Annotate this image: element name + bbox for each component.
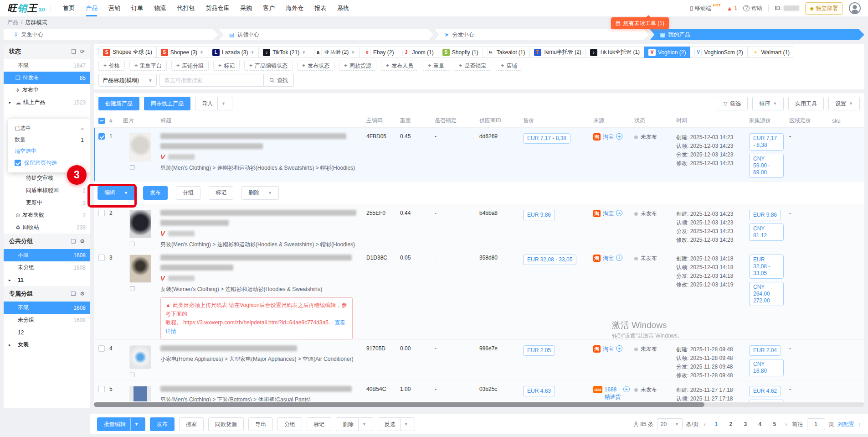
product-image[interactable]	[129, 386, 151, 401]
bulk-action-button[interactable]: 搬家 ▼	[179, 417, 204, 431]
search-button[interactable]: 查找	[263, 74, 294, 87]
platform-chip[interactable]: a 亚马逊 (2) ▼	[310, 47, 360, 58]
bulk-action-button[interactable]: 导出 ▼	[248, 417, 273, 431]
add-source-icon[interactable]: +	[616, 133, 622, 140]
add-filter-chip[interactable]: + 同款货源	[339, 61, 376, 71]
platform-chip[interactable]: T Temu半托管 (2) ▼	[529, 47, 586, 58]
column-header[interactable]: 售价	[523, 117, 593, 125]
sidebar-item[interactable]: 未分组 1608	[4, 314, 90, 326]
nav-menu-item[interactable]: 营销	[103, 0, 126, 16]
chevron-down-icon[interactable]: ▼	[130, 418, 139, 431]
add-filter-chip[interactable]: + 发布人员	[381, 61, 418, 71]
price-tag[interactable]: EUR 4.63	[523, 386, 555, 396]
row-checkbox[interactable]	[98, 210, 105, 216]
copy-icon[interactable]: ❐	[129, 164, 160, 171]
add-filter-chip[interactable]: + 采集平台	[129, 61, 167, 71]
category-path[interactable]: 女装(Women's Clothing) > 连帽衫和运动衫(Hoodies &…	[160, 286, 354, 293]
source-link[interactable]: 淘宝	[603, 255, 614, 262]
column-header[interactable]: 区域定价	[789, 117, 832, 125]
bulk-action-button[interactable]: 反选 ▼	[378, 417, 415, 431]
add-filter-chip[interactable]: + 标记	[213, 61, 240, 71]
toolbar-button[interactable]: 创建新产品 ▼	[98, 97, 139, 110]
page-size-select[interactable]: 20 ▼	[657, 418, 683, 430]
column-config-link[interactable]: 列配置	[838, 421, 854, 428]
process-tab[interactable]: ▤ 认领中心	[219, 29, 434, 40]
page-number[interactable]: 3	[740, 418, 751, 430]
bulk-action-button[interactable]: 同款货源 ▼	[208, 417, 244, 431]
toolbar-button[interactable]: 设置 ▼	[828, 97, 860, 110]
sidebar-item[interactable]: ❐ 待发布 85	[4, 72, 90, 84]
sidebar-item[interactable]: 不限 1608	[4, 249, 90, 261]
source-price-tag[interactable]: EUR 2.04	[749, 345, 781, 356]
page-number[interactable]: 5	[769, 418, 780, 430]
chevron-down-icon[interactable]: ▼	[358, 418, 366, 431]
section-action-icon[interactable]: ⚙	[80, 238, 85, 245]
scrollbar-thumb[interactable]	[94, 402, 704, 407]
source-link[interactable]: 淘宝	[603, 133, 614, 140]
prev-page-arrow[interactable]: ‹	[702, 421, 707, 428]
row-checkbox[interactable]	[98, 133, 105, 140]
platform-chip[interactable]: ✳ Walmart (1) ▼	[747, 47, 794, 58]
add-source-icon[interactable]: +	[616, 255, 622, 261]
price-tag[interactable]: EUR 9.86	[523, 210, 555, 220]
platform-chip[interactable]: ♪ TikTok (21) ▼	[258, 47, 310, 58]
toolbar-button[interactable]: 同步线上产品 ▼	[144, 97, 190, 110]
toolbar-button[interactable]: ▽ 筛选 ▼	[717, 97, 748, 110]
nav-menu-item[interactable]: 产品	[80, 0, 103, 16]
column-header[interactable]: sku	[832, 118, 864, 124]
platform-chip[interactable]: S Shopfiy (1) ▼	[438, 47, 483, 58]
platform-chip[interactable]: ta Takealot (1) ▼	[483, 47, 530, 58]
platform-chip[interactable]: V VoghionScm (2) ▼	[690, 47, 747, 58]
add-filter-chip[interactable]: + 发布状态	[297, 61, 334, 71]
search-field-select[interactable]: 产品标题(模糊) ▼	[98, 74, 157, 87]
source-price-tag[interactable]: CNY 81.12	[749, 224, 784, 241]
sidebar-item[interactable]: 不限 1847	[4, 59, 90, 72]
bulk-action-button[interactable]: 批量编辑 ▼	[97, 417, 145, 431]
platform-chip[interactable]: V Voghion (2) ▼	[644, 47, 690, 58]
checkbox[interactable]	[15, 160, 21, 166]
column-header[interactable]: #	[109, 118, 123, 124]
column-header[interactable]: 状态	[634, 117, 676, 125]
page-number[interactable]: 4	[755, 418, 765, 430]
next-page-arrow[interactable]: ›	[784, 421, 789, 428]
add-filter-chip[interactable]: + 是否锁定	[454, 61, 491, 71]
column-header[interactable]: 主编码	[366, 117, 400, 125]
platform-chip[interactable]: S Shopee (3) ▼	[156, 47, 208, 58]
row-action-button[interactable]: 编辑 ▼	[98, 186, 135, 200]
row-checkbox[interactable]	[98, 386, 105, 392]
bulk-action-button[interactable]: 发布 ▼	[150, 417, 175, 431]
bulk-action-button[interactable]: 分组 ▼	[277, 417, 302, 431]
add-source-icon[interactable]: +	[623, 386, 630, 392]
add-filter-chip[interactable]: + 重量	[423, 61, 449, 71]
column-header[interactable]: 时间	[676, 117, 749, 125]
nav-menu-item[interactable]: 货品仓库	[200, 0, 235, 16]
sidebar-item[interactable]: ✈ 发布中	[4, 84, 90, 96]
sidebar-item[interactable]: 未分组 1608	[4, 261, 90, 274]
source-price-tag[interactable]: EUR 9.86	[749, 210, 781, 220]
sidebar-item[interactable]: ⊙ 发布失败 2	[4, 209, 90, 221]
price-tag[interactable]: EUR 2.05	[523, 345, 555, 356]
clear-selection-link[interactable]: 清空选中	[15, 146, 84, 157]
horizontal-scrollbar[interactable]	[94, 402, 864, 407]
nav-menu-item[interactable]: 海外仓	[280, 0, 309, 16]
sidebar-item[interactable]: 不限 1608	[4, 302, 90, 314]
column-header[interactable]: 图片	[123, 117, 160, 125]
column-header[interactable]: 标题	[160, 117, 366, 125]
nav-menu-item[interactable]: 代打包	[171, 0, 200, 16]
add-source-icon[interactable]: +	[616, 210, 622, 216]
product-image[interactable]	[129, 255, 151, 283]
platform-chip[interactable]: L Lazada (3) ▼	[208, 47, 259, 58]
copy-icon[interactable]: ❐	[129, 372, 160, 379]
section-action-icon[interactable]: ⚙	[80, 291, 85, 297]
back-to-top-icon[interactable]: ↑	[858, 421, 861, 428]
panel-icon[interactable]: ❏	[71, 291, 76, 297]
row-action-button[interactable]: 分组 ▼	[176, 186, 200, 200]
source-price-tag[interactable]: CNY 264.00 - 272.00	[749, 282, 784, 306]
add-source-icon[interactable]: +	[616, 345, 622, 352]
sidebar-item[interactable]: ♻ 回收站 239	[4, 221, 90, 234]
chevron-down-icon[interactable]: ▼	[217, 97, 226, 110]
row-action-button[interactable]: 删除 ▼	[241, 186, 279, 200]
toolbar-button[interactable]: 排序 ▼	[752, 97, 784, 110]
platform-chip[interactable]: S Shopee 全球 (1) ▼	[98, 47, 157, 58]
nav-menu-item[interactable]: 系统	[332, 0, 354, 16]
